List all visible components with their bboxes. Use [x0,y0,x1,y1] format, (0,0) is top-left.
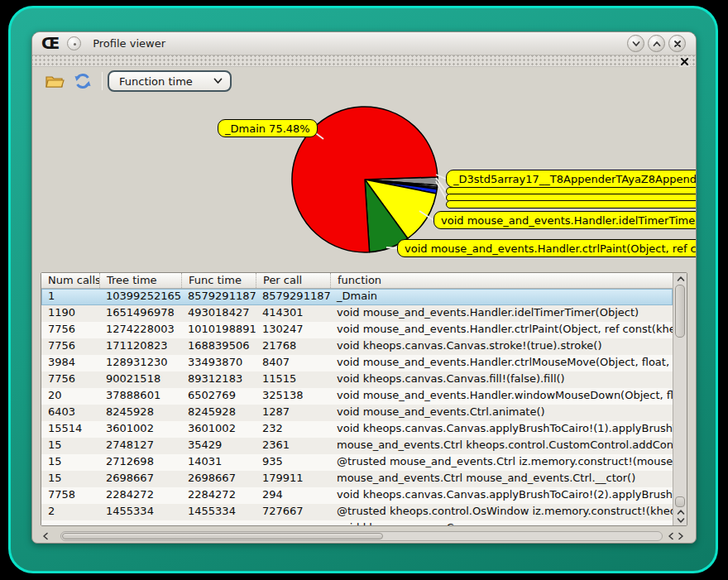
vertical-scroll-thumb[interactable] [675,285,685,338]
table-cell: 20 [41,388,99,405]
table-row[interactable]: 1526986672698667179911mouse_and_events.C… [41,471,673,487]
table-cell: 3601002 [181,421,256,438]
table-cell: 7756 [41,322,99,338]
table-cell: 2361 [256,438,330,454]
pie-label-stacked-3 [446,200,697,209]
table-row[interactable]: 6403824592882459281287void mouse_and_eve… [41,405,673,421]
table-cell: 130247 [256,322,330,338]
table-cell: mouse_and_events.Ctrl kheops.control.Cus… [330,438,673,454]
header-function[interactable]: function [330,273,673,288]
chevron-up-icon [677,509,685,515]
table-cell: 179911 [256,471,330,487]
table-cell: 2698667 [99,471,181,487]
table-cell: 8245928 [99,405,181,421]
pie-label-appender: _D3std5array17__T8AppenderTAyaZ8Appender… [446,170,697,188]
table-cell: 1 [41,289,99,305]
vertical-scroll-endcap[interactable] [675,496,685,507]
table-cell: 8245928 [181,405,256,421]
table-cell: 7756 [41,371,99,388]
table-row[interactable]: 775612742280031010198891130247void mouse… [41,322,673,338]
chevron-left-icon [668,532,674,540]
table-cell: 15 [41,438,99,454]
scroll-left-button[interactable] [41,530,50,542]
table-cell: 1190 [41,305,99,322]
header-num-calls[interactable]: Num calls [41,273,99,288]
table-cell: 37888601 [99,388,181,405]
table-row[interactable]: 11039925216585792911878579291187_Dmain [41,289,673,305]
chevron-right-icon [678,532,684,540]
table-cell: 15514 [41,421,99,438]
scroll-right-button[interactable] [676,530,686,542]
table-cell: void mouse_and_events.Handler.ctrlPaint(… [330,322,673,338]
table-cell: @trusted kheops.control.OsWindow iz.memo… [330,504,673,520]
table-cell: 11515 [256,371,330,388]
table-cell: 2284272 [99,487,181,504]
table-row[interactable]: 214553341455334727667@trusted kheops.con… [41,504,673,520]
table-row[interactable]: 20378886016502769325138void mouse_and_ev… [41,388,673,405]
table-row[interactable]: 11901651496978493018427414301void mouse_… [41,305,673,322]
pie-chart[interactable] [32,32,697,274]
table-row[interactable]: 15271269814031935@trusted mouse_and_even… [41,454,673,471]
horizontal-scroll-track[interactable] [60,531,663,541]
table-cell: 3984 [41,355,99,371]
table-cell: 2698667 [181,471,256,487]
table-row[interactable]: void kheops.canvas.Canvas [41,520,673,525]
table-cell: 35429 [181,438,256,454]
chevron-left-icon [42,532,49,540]
table-cell: 6502769 [181,388,256,405]
table-row[interactable]: 775617112082316883950621768void kheops.c… [41,338,673,355]
chevron-down-icon [677,517,685,524]
table-cell [181,520,256,525]
table-cell: 90021518 [99,371,181,388]
table-cell: 414301 [256,305,330,322]
table-cell: 1455334 [99,504,181,520]
table-cell: 14031 [181,454,256,471]
table-cell: 325138 [256,388,330,405]
table-cell [41,520,99,525]
table-cell: 1010198891 [181,322,256,338]
table-cell: 232 [256,421,330,438]
table-cell: 2284272 [181,487,256,504]
table-row[interactable]: 152748127354292361mouse_and_events.Ctrl … [41,438,673,454]
table-cell: 1455334 [181,504,256,520]
table-cell: void kheops.canvas.Canvas.applyBrushToCa… [330,487,673,504]
table-cell: mouse_and_events.Ctrl mouse_and_events.C… [330,471,673,487]
table-cell: 1287 [256,405,330,421]
table-header: Num calls Tree time Func time Per call f… [41,273,673,289]
table-cell: 935 [256,454,330,471]
table-row[interactable]: 1551436010023601002232void kheops.canvas… [41,421,673,438]
table-cell: 15 [41,471,99,487]
table-cell: void kheops.canvas.Canvas.stroke!(true).… [330,338,673,355]
chevron-up-icon [677,276,685,282]
table-cell: 33493870 [181,355,256,371]
table-row[interactable]: 775822842722284272294void kheops.canvas.… [41,487,673,504]
table-row[interactable]: 7756900215188931218311515void kheops.can… [41,371,673,388]
header-func-time[interactable]: Func time [181,273,256,288]
table-cell: _Dmain [330,289,673,305]
scroll-down-button[interactable] [675,515,686,525]
vertical-scrollbar[interactable] [673,273,687,525]
horizontal-scroll-thumb[interactable] [62,533,383,539]
table-cell: 171120823 [99,338,181,355]
table-cell: void mouse_and_events.Handler.ctrlMouseM… [330,355,673,371]
table-cell: 168839506 [181,338,256,355]
table-cell: 21768 [256,338,330,355]
table-cell: 8579291187 [256,289,330,305]
table-row[interactable]: 3984128931230334938708407void mouse_and_… [41,355,673,371]
header-tree-time[interactable]: Tree time [99,273,181,288]
table-cell: 1651496978 [99,305,181,322]
table-cell: 3601002 [99,421,181,438]
table-cell: 2748127 [99,438,181,454]
scroll-left-button-2[interactable] [666,530,676,542]
table-cell: 7758 [41,487,99,504]
horizontal-scrollbar[interactable] [41,530,687,543]
scroll-up-button[interactable] [675,274,686,284]
table-body: 11039925216585792911878579291187_Dmain11… [41,289,673,525]
table-cell: void kheops.canvas.Canvas.fill!(false).f… [330,371,673,388]
pie-label-ideltimer: void mouse_and_events.Handler.idelTimerT… [433,211,697,229]
table-cell: void mouse_and_events.Handler.windowMous… [330,388,673,405]
table-cell: 15 [41,454,99,471]
header-per-call[interactable]: Per call [256,273,330,288]
table-cell: 89312183 [181,371,256,388]
pie-label-dmain: _Dmain 75.48% [218,119,318,137]
